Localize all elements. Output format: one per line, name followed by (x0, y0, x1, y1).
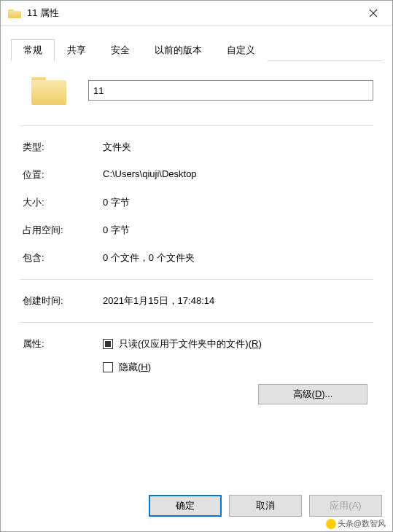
label-contains: 包含: (23, 251, 103, 265)
watermark: 头条@数智风 (326, 518, 386, 529)
label-created: 创建时间: (23, 294, 103, 308)
tab-security[interactable]: 安全 (98, 39, 142, 61)
row-created: 创建时间: 2021年1月15日，17:48:14 (20, 287, 373, 315)
label-attributes: 属性: (23, 337, 103, 351)
value-contains: 0 个文件，0 个文件夹 (103, 251, 370, 265)
advanced-button[interactable]: 高级(D)... (258, 384, 367, 404)
label-size-on-disk: 占用空间: (23, 224, 103, 237)
checkbox-readonly-line[interactable]: 只读(仅应用于文件夹中的文件)(R) (103, 337, 370, 351)
separator (20, 125, 373, 126)
big-folder-icon (31, 76, 66, 105)
checkbox-readonly[interactable] (103, 339, 113, 349)
tab-custom[interactable]: 自定义 (214, 39, 268, 61)
advanced-wrap: 高级(D)... (103, 384, 370, 404)
watermark-text: 头条@数智风 (338, 518, 386, 529)
label-size: 大小: (23, 196, 103, 209)
value-location: C:\Users\qiuji\Desktop (103, 168, 370, 181)
titlebar: 11 属性 (1, 1, 392, 26)
apply-button: 应用(A) (309, 495, 382, 517)
close-button[interactable] (357, 2, 389, 24)
value-type: 文件夹 (103, 141, 370, 154)
tab-bar: 常规 共享 安全 以前的版本 自定义 (11, 39, 382, 61)
close-icon (369, 9, 378, 17)
checkbox-hidden-line[interactable]: 隐藏(H) (103, 361, 370, 374)
separator (20, 322, 373, 323)
value-created: 2021年1月15日，17:48:14 (103, 294, 370, 308)
name-row (20, 76, 373, 105)
folder-icon (8, 8, 21, 18)
cancel-button[interactable]: 取消 (229, 495, 302, 517)
tab-sharing[interactable]: 共享 (55, 39, 98, 61)
attributes-row: 属性: 只读(仅应用于文件夹中的文件)(R) 隐藏(H) 高级(D)... (20, 330, 373, 409)
row-size: 大小: 0 字节 (20, 189, 373, 216)
checkbox-readonly-label: 只读(仅应用于文件夹中的文件)(R) (119, 337, 262, 351)
label-type: 类型: (23, 141, 103, 154)
folder-name-input[interactable] (88, 80, 373, 101)
row-location: 位置: C:\Users\qiuji\Desktop (20, 161, 373, 189)
separator (20, 279, 373, 280)
tab-previous-versions[interactable]: 以前的版本 (142, 39, 214, 61)
ok-button[interactable]: 确定 (149, 495, 222, 517)
tab-general-body: 类型: 文件夹 位置: C:\Users\qiuji\Desktop 大小: 0… (11, 61, 382, 483)
tabs-container: 常规 共享 安全 以前的版本 自定义 类型: 文件夹 位置: C:\Users\… (1, 26, 392, 483)
label-location: 位置: (23, 168, 103, 181)
attributes-controls: 只读(仅应用于文件夹中的文件)(R) 隐藏(H) 高级(D)... (103, 337, 370, 404)
watermark-icon (326, 519, 336, 529)
row-type: 类型: 文件夹 (20, 133, 373, 161)
row-contains: 包含: 0 个文件，0 个文件夹 (20, 244, 373, 272)
value-size-on-disk: 0 字节 (103, 224, 370, 237)
checkbox-hidden[interactable] (103, 362, 113, 372)
tab-general[interactable]: 常规 (11, 39, 55, 61)
window-title: 11 属性 (27, 7, 357, 20)
row-size-on-disk: 占用空间: 0 字节 (20, 216, 373, 244)
checkbox-hidden-label: 隐藏(H) (119, 361, 151, 374)
value-size: 0 字节 (103, 196, 370, 209)
